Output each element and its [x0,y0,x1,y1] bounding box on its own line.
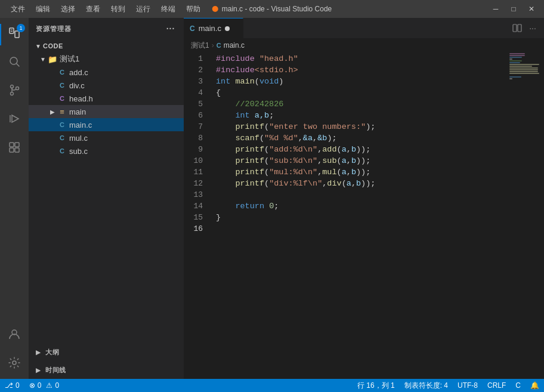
tree-file-sub-c[interactable]: C sub.c [29,144,184,158]
tree-arrow-code: ▼ [33,41,43,51]
svg-rect-15 [15,148,19,152]
outline-label: 大纲 [45,348,59,357]
close-button[interactable]: ✕ [525,2,538,16]
outline-arrow: ▶ [33,347,43,357]
tree-file-mul-c[interactable]: C mul.c [29,131,184,144]
tree-root-code[interactable]: ▼ CODE [29,39,184,53]
warning-count: 0 [55,381,59,390]
c-file-icon-active: C [57,120,67,129]
line-number-1: 1 [184,53,208,64]
encoding-text: UTF-8 [458,381,478,390]
search-icon [8,55,21,72]
status-bar: ⎇ 0 ⊗ 0 ⚠ 0 行 16，列 1 制表符长度: 4 UTF-8 CRLF… [0,379,544,392]
status-encoding[interactable]: UTF-8 [453,379,483,392]
breadcrumb-folder[interactable]: 测试1 [191,41,209,51]
status-indent[interactable]: 制表符长度: 4 [400,379,453,392]
activity-item-search[interactable] [0,49,29,78]
line-number-12: 12 [184,178,208,189]
menu-item-转到[interactable]: 转到 [106,3,130,16]
tree-folder-label: 测试1 [60,54,79,64]
source-control-icon [8,84,21,100]
svg-rect-1 [15,31,19,38]
tree-file-add-c[interactable]: C add.c [29,66,184,79]
breadcrumb-file[interactable]: C main.c [217,41,245,50]
minimize-button[interactable]: ─ [489,2,502,16]
source-control-status-icon: ⎇ [5,381,13,390]
code-editor[interactable]: 12345678910111213141516 #include "head.h… [184,52,544,379]
menu-item-选择[interactable]: 选择 [56,3,80,16]
minimap-line-2 [509,55,525,56]
tree-file-label: div.c [69,81,85,90]
tab-file-icon: C [190,24,195,33]
status-language[interactable]: C [511,379,526,392]
svg-point-7 [11,92,14,95]
status-source-control[interactable]: ⎇ 0 [0,379,24,392]
menu-item-帮助[interactable]: 帮助 [181,3,205,16]
outline-header[interactable]: ▶ 大纲 [29,345,184,359]
code-line-4: { [216,87,508,98]
line-number-8: 8 [184,132,208,144]
window-title: main.c - code - Visual Studio Code [212,5,332,13]
svg-point-17 [13,361,16,365]
more-tabs-button[interactable]: ··· [526,21,539,35]
activity-item-explorer[interactable]: 1 [0,20,29,49]
line-number-7: 7 [184,121,208,132]
activity-item-source-control[interactable] [0,78,29,106]
split-editor-button[interactable] [511,21,524,35]
h-file-icon: C [57,94,67,103]
breadcrumb-file-icon: C [217,42,221,49]
svg-line-5 [17,64,20,67]
activity-item-extensions[interactable] [0,135,29,163]
code-content[interactable]: #include "head.h"#include<stdio.h>int ma… [214,52,508,379]
tree-file-main-folder[interactable]: ▶ ≡ main [29,105,184,118]
tree-root-label: CODE [43,42,63,50]
tree-file-div-c[interactable]: C div.c [29,79,184,92]
menu-item-文件[interactable]: 文件 [6,3,30,16]
warning-icon: ⚠ [46,381,52,390]
tree-file-arrow [48,81,57,90]
line-number-15: 15 [184,212,208,223]
sidebar: 资源管理器 ··· ▼ CODE ▼ 📁 测试1 C add.c [29,18,184,379]
timeline-label: 时间线 [45,366,66,375]
tab-main-c[interactable]: C main.c [184,18,243,39]
breadcrumb-separator: › [212,41,214,50]
line-number-2: 2 [184,64,208,76]
minimap-line-10 [509,69,538,70]
code-line-2: #include<stdio.h> [216,64,508,76]
activity-item-run[interactable] [0,106,29,135]
timeline-arrow: ▶ [33,365,43,375]
activity-item-settings[interactable] [0,350,29,379]
tree-file-arrow: ▶ [48,107,57,116]
activity-item-account[interactable] [0,322,29,350]
status-errors[interactable]: ⊗ 0 ⚠ 0 [24,379,64,392]
minimap-line-5 [509,60,522,61]
tree-file-main-c[interactable]: C main.c [29,118,184,131]
sidebar-more-button[interactable]: ··· [165,23,177,35]
timeline-header[interactable]: ▶ 时间线 [29,363,184,376]
outline-section: ▶ 大纲 [29,343,184,361]
svg-marker-10 [12,115,18,122]
tree-file-label: add.c [69,68,88,77]
code-line-9: printf("add:%d\n",add(a,b)); [216,144,508,155]
code-line-6: int a,b; [216,110,508,121]
code-line-5: //20242826 [216,98,508,110]
line-number-16: 16 [184,223,208,234]
status-notifications[interactable]: 🔔 [526,379,544,392]
menu-item-终端[interactable]: 终端 [156,3,180,16]
code-line-11: printf("mul:%d\n",mul(a,b)); [216,166,508,178]
unsaved-dot [212,6,218,12]
line-number-14: 14 [184,200,208,212]
tree-file-label: sub.c [69,147,88,156]
code-line-10: printf("sub:%d\n",sub(a,b)); [216,155,508,166]
menu-item-编辑[interactable]: 编辑 [31,3,55,16]
status-position[interactable]: 行 16，列 1 [353,379,400,392]
status-line-ending[interactable]: CRLF [483,379,511,392]
menu-item-运行[interactable]: 运行 [131,3,155,16]
minimap-line-7 [509,64,539,65]
tree-file-arrow [48,67,57,77]
tree-file-head-h[interactable]: C head.h [29,92,184,105]
tree-folder-ceshi1[interactable]: ▼ 📁 测试1 [29,53,184,66]
svg-rect-0 [10,28,14,33]
menu-item-查看[interactable]: 查看 [81,3,105,16]
maximize-button[interactable]: □ [507,2,520,16]
